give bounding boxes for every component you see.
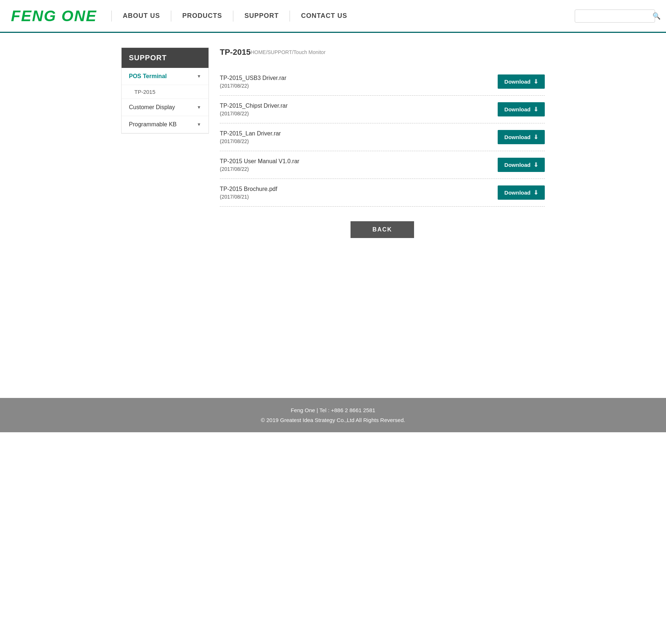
content-header: TP-2015 HOME / SUPPORT / Touch Monitor bbox=[220, 47, 545, 57]
file-name-1: TP-2015_Chipst Driver.rar bbox=[220, 103, 288, 109]
file-info-4: TP-2015 Brochure.pdf (2017/08/21) bbox=[220, 186, 277, 200]
main-layout: SUPPORT POS Terminal ▼ TP-2015 Customer … bbox=[114, 47, 552, 376]
file-date-0: (2017/08/22) bbox=[220, 83, 286, 89]
back-button[interactable]: BACK bbox=[351, 221, 414, 238]
sidebar-item-customer-display-label: Customer Display bbox=[129, 104, 175, 111]
logo-text: FENG ONE bbox=[11, 7, 97, 24]
search-icon[interactable]: 🔍 bbox=[652, 12, 661, 20]
file-date-3: (2017/08/22) bbox=[220, 166, 299, 172]
footer-line1: Feng One | Tel : +886 2 8661 2581 bbox=[7, 405, 659, 415]
download-button-4[interactable]: Download ⇓ bbox=[498, 185, 545, 200]
download-label-4: Download bbox=[504, 189, 531, 196]
sidebar-item-pos-terminal-label: POS Terminal bbox=[129, 73, 167, 80]
file-name-0: TP-2015_USB3 Driver.rar bbox=[220, 75, 286, 81]
file-row-0: TP-2015_USB3 Driver.rar (2017/08/22) Dow… bbox=[220, 68, 545, 96]
back-container: BACK bbox=[220, 221, 545, 238]
file-info-2: TP-2015_Lan Driver.rar (2017/08/22) bbox=[220, 130, 281, 144]
nav-item-contact[interactable]: CONTACT US bbox=[294, 8, 355, 23]
nav-divider-3 bbox=[233, 11, 233, 22]
file-info-0: TP-2015_USB3 Driver.rar (2017/08/22) bbox=[220, 75, 286, 89]
breadcrumb-current: Touch Monitor bbox=[294, 49, 326, 55]
download-icon-1: ⇓ bbox=[533, 106, 538, 113]
chevron-down-icon-cd: ▼ bbox=[197, 105, 201, 110]
search-input[interactable] bbox=[579, 13, 652, 19]
file-info-1: TP-2015_Chipst Driver.rar (2017/08/22) bbox=[220, 103, 288, 116]
file-name-3: TP-2015 User Manual V1.0.rar bbox=[220, 158, 299, 165]
footer: Feng One | Tel : +886 2 8661 2581 © 2019… bbox=[0, 398, 666, 432]
nav-item-products[interactable]: PRODUCTS bbox=[175, 8, 229, 23]
file-info-3: TP-2015 User Manual V1.0.rar (2017/08/22… bbox=[220, 158, 299, 172]
sidebar-title: SUPPORT bbox=[122, 48, 208, 68]
chevron-down-icon-pos: ▼ bbox=[197, 74, 201, 79]
download-label-1: Download bbox=[504, 106, 531, 112]
download-label-2: Download bbox=[504, 134, 531, 140]
nav-divider-1 bbox=[111, 11, 112, 22]
download-label-0: Download bbox=[504, 78, 531, 85]
download-icon-0: ⇓ bbox=[533, 78, 538, 85]
sidebar: SUPPORT POS Terminal ▼ TP-2015 Customer … bbox=[121, 47, 209, 134]
download-button-0[interactable]: Download ⇓ bbox=[498, 74, 545, 89]
download-icon-4: ⇓ bbox=[533, 189, 538, 196]
file-row-2: TP-2015_Lan Driver.rar (2017/08/22) Down… bbox=[220, 123, 545, 151]
download-icon-3: ⇓ bbox=[533, 161, 538, 168]
download-label-3: Download bbox=[504, 162, 531, 168]
file-row-3: TP-2015 User Manual V1.0.rar (2017/08/22… bbox=[220, 151, 545, 179]
chevron-down-icon-pkb: ▼ bbox=[197, 122, 201, 127]
sidebar-item-pos-terminal[interactable]: POS Terminal ▼ bbox=[122, 68, 208, 85]
download-icon-2: ⇓ bbox=[533, 134, 538, 141]
file-date-4: (2017/08/21) bbox=[220, 194, 277, 200]
nav-item-about[interactable]: ABOUT US bbox=[115, 8, 167, 23]
download-button-2[interactable]: Download ⇓ bbox=[498, 130, 545, 144]
sidebar-item-programmable-kb[interactable]: Programmable KB ▼ bbox=[122, 116, 208, 133]
download-button-1[interactable]: Download ⇓ bbox=[498, 102, 545, 116]
file-name-2: TP-2015_Lan Driver.rar bbox=[220, 130, 281, 137]
sidebar-item-programmable-kb-label: Programmable KB bbox=[129, 121, 177, 128]
file-row-1: TP-2015_Chipst Driver.rar (2017/08/22) D… bbox=[220, 96, 545, 123]
page-title: TP-2015 bbox=[220, 47, 250, 57]
content: TP-2015 HOME / SUPPORT / Touch Monitor T… bbox=[220, 47, 545, 376]
file-row-4: TP-2015 Brochure.pdf (2017/08/21) Downlo… bbox=[220, 179, 545, 207]
sidebar-sub-item-tp2015[interactable]: TP-2015 bbox=[122, 85, 208, 99]
file-date-1: (2017/08/22) bbox=[220, 111, 288, 116]
footer-line2: © 2019 Greatest Idea Strategy Co.,Ltd Al… bbox=[7, 415, 659, 425]
logo[interactable]: FENG ONE bbox=[11, 7, 97, 25]
breadcrumb: HOME / SUPPORT / Touch Monitor bbox=[250, 49, 545, 55]
file-name-4: TP-2015 Brochure.pdf bbox=[220, 186, 277, 192]
nav-item-support[interactable]: SUPPORT bbox=[237, 8, 286, 23]
main-nav: ABOUT US PRODUCTS SUPPORT CONTACT US bbox=[115, 8, 575, 23]
download-button-3[interactable]: Download ⇓ bbox=[498, 158, 545, 172]
breadcrumb-support[interactable]: SUPPORT bbox=[267, 49, 292, 55]
sidebar-item-customer-display[interactable]: Customer Display ▼ bbox=[122, 99, 208, 116]
header: FENG ONE ABOUT US PRODUCTS SUPPORT CONTA… bbox=[0, 0, 666, 33]
breadcrumb-home[interactable]: HOME bbox=[250, 49, 266, 55]
search-box: 🔍 bbox=[575, 9, 655, 23]
file-date-2: (2017/08/22) bbox=[220, 138, 281, 144]
nav-divider-4 bbox=[290, 11, 290, 22]
nav-divider-2 bbox=[171, 11, 171, 22]
